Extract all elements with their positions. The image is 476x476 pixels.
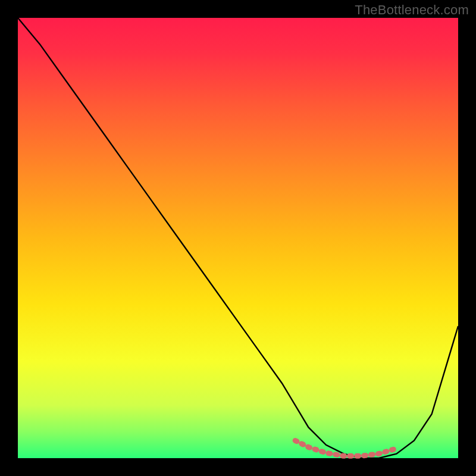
watermark-text: TheBottleneck.com: [355, 2, 469, 18]
chart-svg: [0, 0, 476, 476]
chart-frame: TheBottleneck.com: [0, 0, 476, 476]
plot-background: [18, 18, 458, 458]
